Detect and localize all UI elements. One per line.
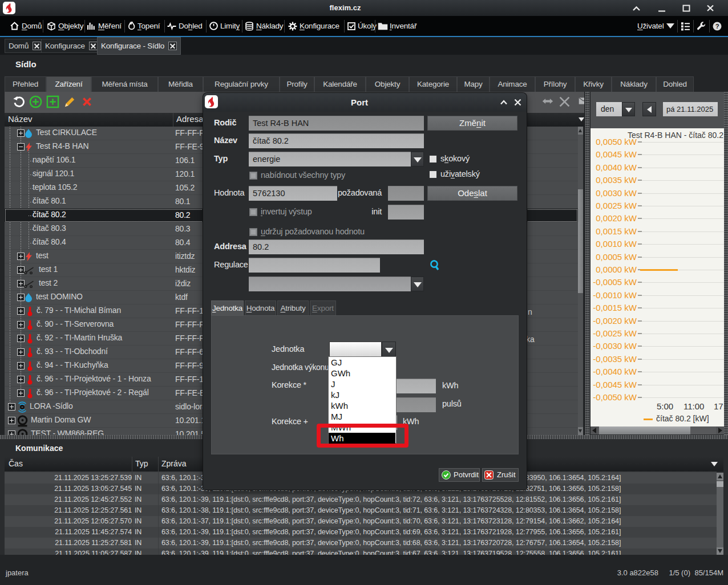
svg-text:?: ? (715, 22, 719, 29)
